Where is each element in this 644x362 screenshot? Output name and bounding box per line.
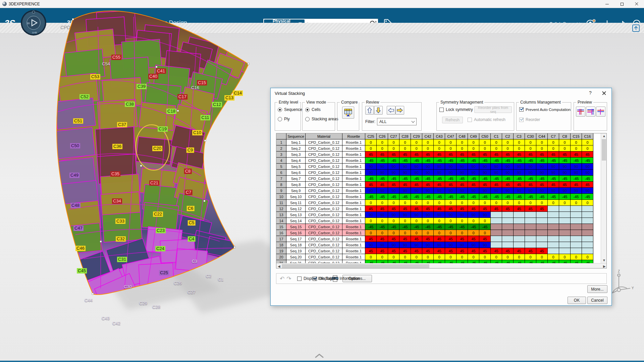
angle-cell[interactable]: -45	[502, 194, 514, 200]
cell-label-c3[interactable]: C3	[191, 259, 199, 264]
angle-cell[interactable]: 0	[422, 254, 434, 260]
cell-label-c4[interactable]: C4	[188, 236, 196, 242]
angle-cell[interactable]	[571, 218, 582, 224]
horizontal-scroll-thumb[interactable]	[282, 264, 429, 268]
angle-cell[interactable]	[525, 230, 536, 236]
angle-cell[interactable]: -45	[491, 158, 502, 164]
angle-cell[interactable]	[559, 248, 571, 254]
angle-cell[interactable]: 0	[445, 218, 457, 224]
angle-cell[interactable]: 0	[571, 139, 582, 145]
angle-cell[interactable]: 45	[388, 236, 399, 242]
angle-cell[interactable]: 45	[411, 248, 422, 254]
angle-cell[interactable]: 90	[422, 188, 434, 194]
angle-cell[interactable]: 0	[411, 218, 422, 224]
angle-cell[interactable]	[582, 218, 593, 224]
cell-label-c48[interactable]: C48	[70, 203, 80, 208]
angle-cell[interactable]: 90	[365, 170, 377, 176]
angle-cell[interactable]: -45	[377, 158, 388, 164]
angle-cell[interactable]: -45	[479, 260, 491, 263]
angle-cell[interactable]: 0	[377, 230, 388, 236]
angle-cell[interactable]: -45	[536, 158, 548, 164]
row-info-cell[interactable]: Rosette.1	[342, 152, 365, 158]
angle-cell[interactable]: 0	[536, 254, 548, 260]
review-right-button[interactable]	[395, 106, 404, 115]
angle-cell[interactable]: 0	[411, 145, 422, 152]
angle-cell[interactable]: 45	[445, 206, 457, 212]
row-info-cell[interactable]: Rosette.1	[342, 242, 365, 248]
angle-cell[interactable]: 0	[491, 200, 502, 206]
angle-cell[interactable]	[525, 218, 536, 224]
angle-cell[interactable]: -45	[514, 194, 525, 200]
angle-cell[interactable]: -45	[468, 176, 479, 182]
cell-label-c50[interactable]: C50	[70, 143, 80, 148]
row-number-cell[interactable]: 6	[276, 170, 286, 176]
angle-cell[interactable]: 45	[514, 152, 525, 158]
angle-cell[interactable]: 0	[536, 145, 548, 152]
angle-cell[interactable]: -45	[422, 224, 434, 230]
cell-label-c30[interactable]: C30	[123, 284, 133, 290]
angle-cell[interactable]: 0	[457, 145, 468, 152]
row-info-cell[interactable]: Seq.21	[286, 260, 306, 263]
row-number-cell[interactable]: 14	[276, 218, 286, 224]
row-info-cell[interactable]: Rosette.1	[342, 139, 365, 145]
angle-cell[interactable]: 90	[377, 242, 388, 248]
angle-cell[interactable]: 90	[434, 188, 445, 194]
angle-cell[interactable]: 45	[468, 236, 479, 242]
angle-cell[interactable]: 45	[422, 236, 434, 242]
angle-cell[interactable]: -45	[422, 176, 434, 182]
angle-cell[interactable]: 90	[457, 188, 468, 194]
cell-label-c26[interactable]: C26	[173, 281, 183, 286]
angle-cell[interactable]: -45	[479, 158, 491, 164]
row-info-cell[interactable]: Rosette.1	[342, 158, 365, 164]
angle-cell[interactable]: 90	[377, 170, 388, 176]
angle-cell[interactable]: 0	[365, 145, 377, 152]
angle-cell[interactable]: 90	[536, 164, 548, 170]
angle-cell[interactable]	[514, 212, 525, 218]
angle-cell[interactable]	[582, 212, 593, 218]
cell-label-c39[interactable]: C39	[137, 84, 147, 89]
radio-ply[interactable]: Ply	[278, 117, 290, 121]
angle-cell[interactable]: 0	[468, 139, 479, 145]
angle-cell[interactable]: -45	[377, 176, 388, 182]
angle-cell[interactable]	[502, 230, 514, 236]
angle-cell[interactable]: -45	[582, 158, 593, 164]
angle-cell[interactable]: 45	[491, 182, 502, 188]
angle-cell[interactable]: 0	[525, 145, 536, 152]
angle-cell[interactable]: 90	[468, 164, 479, 170]
angle-cell[interactable]: 90	[571, 188, 582, 194]
row-info-cell[interactable]: Seq.5	[286, 164, 306, 170]
angle-cell[interactable]: 0	[479, 254, 491, 260]
row-info-cell[interactable]: Seq.2	[286, 145, 306, 152]
angle-cell[interactable]	[559, 212, 571, 218]
row-info-cell[interactable]: CPD_Carbon_0.12	[306, 176, 342, 182]
angle-cell[interactable]: -45	[514, 158, 525, 164]
angle-cell[interactable]: 90	[445, 164, 457, 170]
angle-cell[interactable]: 45	[514, 182, 525, 188]
row-info-cell[interactable]: CPD_Carbon_0.12	[306, 242, 342, 248]
angle-cell[interactable]: 90	[559, 170, 571, 176]
angle-cell[interactable]: 0	[468, 145, 479, 152]
angle-cell[interactable]: 45	[548, 152, 559, 158]
angle-cell[interactable]: -45	[399, 260, 411, 263]
radio-cells[interactable]: Cells	[305, 107, 321, 112]
angle-cell[interactable]: -45	[457, 224, 468, 230]
angle-cell[interactable]: 0	[502, 145, 514, 152]
cell-label-c16[interactable]: C16	[190, 85, 200, 90]
row-info-cell[interactable]: CPD_Carbon_0.12	[306, 248, 342, 254]
angle-cell[interactable]: 90	[411, 242, 422, 248]
angle-cell[interactable]	[571, 230, 582, 236]
angle-cell[interactable]: 0	[457, 230, 468, 236]
angle-cell[interactable]: -45	[582, 260, 593, 263]
angle-cell[interactable]: 0	[582, 254, 593, 260]
angle-cell[interactable]: 45	[388, 248, 399, 254]
angle-cell[interactable]: 45	[365, 248, 377, 254]
row-number-cell[interactable]: 4	[276, 158, 286, 164]
angle-cell[interactable]: -45	[434, 176, 445, 182]
angle-cell[interactable]: 45	[365, 206, 377, 212]
row-info-cell[interactable]: CPD_Carbon_0.12	[306, 236, 342, 242]
row-number-cell[interactable]: 18	[276, 242, 286, 248]
angle-cell[interactable]: 0	[536, 200, 548, 206]
angle-cell[interactable]: -45	[434, 194, 445, 200]
angle-cell[interactable]: 45	[445, 152, 457, 158]
angle-cell[interactable]: 0	[434, 254, 445, 260]
